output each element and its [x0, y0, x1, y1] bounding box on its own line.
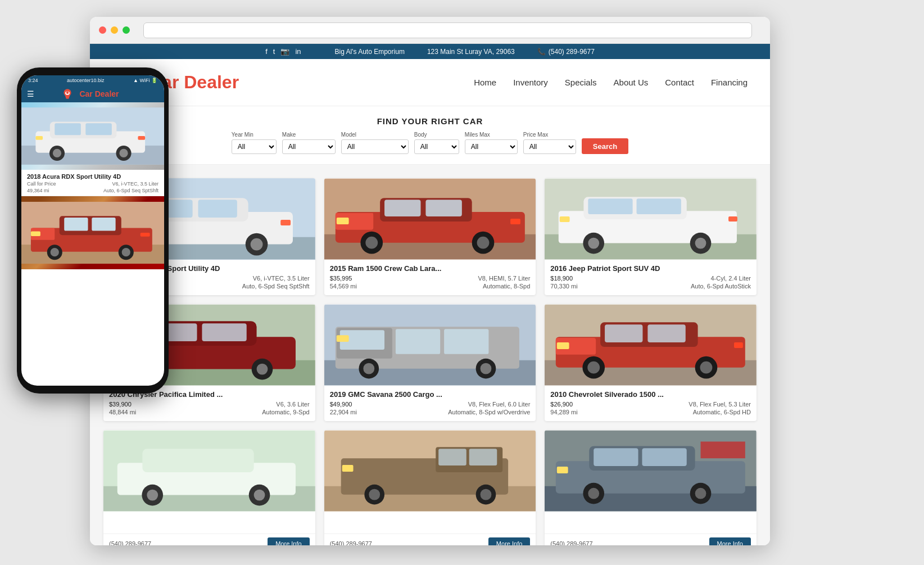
car-svg-2	[545, 178, 757, 260]
svg-rect-20	[64, 218, 88, 231]
browser-close-btn[interactable]	[99, 26, 106, 34]
car-card-body-2: 2016 Jeep Patriot Sport SUV 4D $18,900 4…	[545, 260, 757, 295]
car-miles-4: 22,904 mi	[330, 409, 357, 415]
svg-point-105	[700, 361, 713, 374]
car-trans-4: Automatic, 8-Spd w/Overdrive	[448, 409, 530, 415]
svg-point-115	[254, 490, 265, 501]
svg-rect-65	[637, 198, 681, 214]
car-image-1	[324, 178, 536, 260]
car-trans-2: Auto, 6-Spd AutoStick	[691, 283, 751, 290]
phone-car-info-1: 2018 Acura RDX Sport Utility 4D Call for…	[21, 170, 164, 196]
filter-miles-max: Miles Max All 25,00050,00075,000100,000	[465, 132, 518, 154]
nav-home[interactable]: Home	[474, 78, 496, 87]
nav-links: Home Inventory Specials About Us Contact…	[474, 78, 748, 87]
car-card-6: (540) 289-9677 More Info	[103, 430, 315, 545]
phone-logo-text: Car Dealer	[79, 89, 119, 98]
filter-miles-max-select[interactable]: All 25,00050,00075,000100,000	[465, 139, 518, 154]
svg-rect-58	[510, 219, 520, 224]
car-details-row-1a: $35,995 V8, HEMI, 5.7 Liter	[330, 275, 531, 282]
svg-rect-28	[141, 233, 150, 237]
phone-car-svg-2	[21, 196, 164, 269]
svg-point-123	[369, 489, 380, 500]
social-links: f t 📷 in	[265, 47, 301, 56]
phone-car-image-2	[21, 196, 164, 269]
car-card-body-8	[545, 512, 757, 534]
svg-rect-8	[55, 123, 81, 135]
car-engine-5: V8, Flex Fuel, 5.3 Liter	[689, 401, 751, 408]
car-details-row-3b: 48,844 mi Automatic, 9-Spd	[109, 409, 310, 415]
svg-point-56	[477, 237, 489, 249]
browser-minimize-btn[interactable]	[111, 26, 118, 34]
more-info-btn-8[interactable]: More Info	[709, 537, 751, 545]
svg-rect-27	[31, 231, 40, 236]
phone-car-sub-1: Call for Price V6, i-VTEC, 3.5 Liter	[27, 181, 158, 187]
svg-rect-45	[280, 220, 291, 225]
filter-make-label: Make	[282, 132, 336, 138]
filter-body-label: Body	[414, 132, 459, 138]
car-card-body-7	[324, 512, 536, 534]
car-title-4: 2019 GMC Savana 2500 Cargo ...	[330, 390, 531, 399]
nav-inventory[interactable]: Inventory	[513, 78, 548, 87]
car-price-5: $26,900	[550, 401, 573, 408]
car-svg-4	[324, 304, 536, 386]
phone-icon: 📞	[537, 48, 546, 56]
car-details-row-4b: 22,904 mi Automatic, 8-Spd w/Overdrive	[330, 409, 531, 415]
filter-make-select[interactable]: All AcuraChryslerGMCJeepRam	[282, 139, 336, 154]
car-image-2	[545, 178, 757, 260]
car-card-2: 2016 Jeep Patriot Sport SUV 4D $18,900 4…	[545, 178, 757, 295]
svg-rect-21	[92, 218, 115, 231]
svg-rect-77	[202, 323, 246, 341]
phone-logo-icon	[61, 88, 74, 100]
car-details-row-1b: 54,569 mi Automatic, 8-Spd	[330, 283, 531, 290]
car-card-8: (540) 289-9677 More Info	[545, 430, 757, 545]
browser-maximize-btn[interactable]	[123, 26, 130, 34]
svg-point-13	[119, 149, 128, 157]
search-filters: Year Min All 2010201520182020 Make All A…	[101, 132, 759, 154]
car-miles-2: 70,330 mi	[550, 283, 577, 290]
filter-price-max-select[interactable]: All $20,000$30,000$40,000$50,000	[523, 139, 576, 154]
car-phone-7: (540) 289-9677	[330, 540, 372, 545]
svg-point-125	[480, 489, 491, 500]
filter-year-min-select[interactable]: All 2010201520182020	[232, 139, 277, 154]
car-price-3: $39,900	[109, 401, 132, 408]
filter-body-select[interactable]: All SUVTruckVan	[414, 139, 459, 154]
svg-rect-137	[557, 467, 568, 473]
svg-point-91	[363, 363, 374, 374]
filter-model-select[interactable]: All	[341, 139, 409, 154]
phone-hamburger-icon[interactable]: ☰	[27, 89, 34, 98]
filter-body: Body All SUVTruckVan	[414, 132, 459, 154]
svg-rect-9	[85, 123, 112, 135]
more-info-btn-7[interactable]: More Info	[488, 537, 530, 545]
dealer-address: 123 Main St Luray VA, 29063	[427, 48, 515, 56]
nav-financing[interactable]: Financing	[711, 78, 748, 87]
nav-specials[interactable]: Specials	[565, 78, 597, 87]
phone-icons: ▲ WiFi 🔋	[133, 78, 157, 83]
svg-rect-94	[336, 335, 348, 342]
search-title: FIND YOUR RIGHT CAR	[101, 116, 759, 126]
twitter-icon[interactable]: t	[273, 47, 275, 56]
facebook-icon[interactable]: f	[265, 47, 268, 56]
filter-model: Model All	[341, 132, 409, 154]
phone-screen: 3:24 autocenter10.biz ▲ WiFi 🔋 ☰ Car Dea…	[21, 75, 164, 386]
svg-rect-89	[444, 329, 488, 354]
instagram-icon[interactable]: 📷	[280, 47, 289, 56]
nav-contact[interactable]: Contact	[665, 78, 694, 87]
browser-url-bar[interactable]	[143, 22, 752, 38]
more-info-btn-6[interactable]: More Info	[268, 537, 309, 545]
phone-car-trans-1: Auto, 6-Spd Seq SptShft	[103, 188, 158, 193]
car-engine-2: 4-Cyl, 2.4 Liter	[710, 275, 751, 282]
phone-nav: ☰ Car Dealer	[21, 85, 164, 102]
search-button[interactable]: Search	[582, 138, 628, 154]
svg-point-26	[122, 248, 130, 256]
nav-about[interactable]: About Us	[614, 78, 649, 87]
car-svg-6	[103, 430, 315, 512]
svg-point-113	[147, 490, 158, 501]
svg-rect-88	[396, 329, 440, 354]
linkedin-icon[interactable]: in	[295, 47, 301, 56]
car-image-5	[545, 304, 757, 386]
svg-point-103	[588, 361, 600, 374]
car-actions-7: (540) 289-9677 More Info	[324, 534, 536, 545]
car-image-8	[545, 430, 757, 512]
filter-year-min-label: Year Min	[232, 132, 277, 138]
car-price-2: $18,900	[550, 275, 573, 282]
